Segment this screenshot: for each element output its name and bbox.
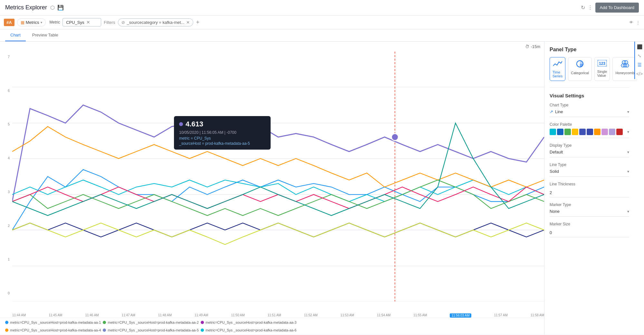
legend-dot-5 — [103, 329, 106, 332]
chart-type-group: Chart Type ↗ Line ▾ — [550, 103, 629, 117]
header-icons: ⬡ 💾 — [50, 5, 64, 11]
marker-type-value: None — [550, 209, 560, 214]
display-type-select[interactable]: Default ▾ — [550, 150, 629, 157]
color-swatch-3[interactable] — [564, 129, 571, 135]
line-thickness-label: Line Thickness — [550, 182, 629, 186]
marker-type-select[interactable]: None ▾ — [550, 209, 629, 217]
main: ⏱ -15m 7 6 5 4 3 2 1 0 — [0, 42, 644, 335]
legend-label-4: metric=CPU_Sys _sourceHost=prod-kafka-me… — [10, 328, 101, 332]
legend-label-2: metric=CPU_Sys _sourceHost=prod-kafka-me… — [108, 320, 198, 324]
filter-label: Filters — [104, 20, 115, 25]
refresh-icon[interactable]: ↻ — [581, 5, 585, 11]
panel-type-honeycomb-label: Honeycomb — [615, 71, 634, 75]
legend-label-6: metric=CPU_Sys _sourceHost=prod-kafka-me… — [206, 328, 296, 332]
add-filter-button[interactable]: + — [196, 19, 199, 26]
tab-chart[interactable]: Chart — [5, 29, 26, 41]
color-swatch-6[interactable] — [587, 129, 593, 135]
highlighted-x-label: 11:56:03 AM — [450, 313, 471, 318]
color-swatch-2[interactable] — [557, 129, 563, 135]
line-thickness-group: Line Thickness 2 — [550, 182, 629, 197]
x-label: 11:54 AM — [377, 313, 390, 318]
display-type-value: Default — [550, 150, 563, 154]
panel-type-buttons: Time Series Categorical — [550, 57, 629, 81]
app-title: Metrics Explorer — [5, 4, 47, 11]
x-axis: 11:44 AM 11:45 AM 11:46 AM 11:47 AM 11:4… — [12, 313, 544, 318]
code-icon[interactable]: </> — [636, 71, 643, 76]
panel-type-categorical-label: Categorical — [571, 71, 589, 75]
panel-type-time-series[interactable]: Time Series — [550, 57, 565, 81]
color-swatch-5[interactable] — [579, 129, 586, 135]
legend-item-1: metric=CPU_Sys _sourceHost=prod-kafka-me… — [5, 320, 101, 324]
metric-clear-icon[interactable]: ✕ — [86, 20, 90, 25]
tab-preview-table[interactable]: Preview Table — [27, 29, 63, 41]
resize-icon[interactable]: ⤡ — [638, 53, 641, 58]
x-label: 11:45 AM — [49, 313, 62, 318]
legend-item-5: metric=CPU_Sys _sourceHost=prod-kafka-me… — [103, 328, 198, 332]
right-panel: Panel Type Time Series — [544, 42, 644, 335]
metrics-selector[interactable]: ▦ Metrics ▾ — [17, 18, 46, 26]
share-icon[interactable]: ⬡ — [50, 5, 55, 11]
filter-tag[interactable]: ⊘ _sourcecategory = kafka-met... ✕ — [118, 18, 194, 26]
add-to-dashboard-button[interactable]: Add To Dashboard — [595, 3, 639, 13]
line-type-group: Line Type Solid ▾ — [550, 163, 629, 177]
line-type-value: Solid — [550, 169, 559, 174]
chart-type-label: Chart Type — [550, 103, 629, 107]
side-icons: ⬛ ⤡ ☰ </> — [634, 42, 644, 79]
line-type-select[interactable]: Solid ▾ — [550, 169, 629, 177]
chart-type-select[interactable]: ↗ Line ▾ — [550, 109, 629, 117]
y-label-7: 7 — [0, 55, 12, 59]
save-icon[interactable]: 💾 — [57, 5, 64, 11]
color-swatch-9[interactable] — [609, 129, 615, 135]
line-type-arrow: ▾ — [627, 169, 629, 174]
time-series-icon — [553, 60, 562, 69]
color-swatch-8[interactable] — [601, 129, 608, 135]
color-swatch-4[interactable] — [572, 129, 578, 135]
time-indicator: ⏱ -15m — [525, 44, 540, 49]
metric-input[interactable]: CPU_Sys ✕ — [62, 18, 101, 26]
monitor-icon[interactable]: ⬛ — [637, 44, 642, 49]
color-palette[interactable]: ▾ — [550, 129, 629, 138]
x-label: 11:52 AM — [304, 313, 318, 318]
color-swatch-7[interactable] — [594, 129, 601, 135]
x-label: 11:58 AM — [531, 313, 544, 318]
legend-item-2: metric=CPU_Sys _sourceHost=prod-kafka-me… — [103, 320, 198, 324]
panel-type-single-value[interactable]: 123 Single Value — [594, 57, 610, 81]
marker-type-label: Marker Type — [550, 202, 629, 207]
legend-dot-4 — [5, 329, 8, 332]
svg-point-8 — [391, 133, 398, 141]
chart-legend: metric=CPU_Sys _sourceHost=prod-kafka-me… — [0, 318, 544, 335]
y-axis: 7 6 5 4 3 2 1 0 — [0, 52, 12, 298]
line-thickness-value: 2 — [550, 188, 629, 197]
more-options-icon[interactable]: ⋮ — [588, 5, 593, 11]
visibility-icon[interactable]: 👁 — [629, 20, 633, 25]
chart-type-value: Line — [555, 109, 563, 114]
divider — [550, 87, 629, 88]
legend-item-3: metric=CPU_Sys _sourceHost=prod-kafka-me… — [201, 320, 296, 324]
y-label-2: 2 — [0, 224, 12, 228]
chart-container: ⏱ -15m 7 6 5 4 3 2 1 0 — [0, 42, 544, 335]
panel-type-honeycomb[interactable]: Honeycomb — [612, 57, 637, 81]
color-swatch-1[interactable] — [550, 129, 556, 135]
panel-type-time-series-label: Time Series — [553, 70, 562, 78]
single-value-icon: 123 — [598, 60, 607, 68]
color-palette-label: Color Palette — [550, 122, 629, 127]
panel-type-categorical[interactable]: Categorical — [568, 57, 592, 81]
display-type-arrow: ▾ — [627, 150, 629, 154]
marker-size-label: Marker Size — [550, 222, 629, 226]
color-swatch-10[interactable] — [616, 129, 623, 135]
header-right: ↻ ⋮ Add To Dashboard — [581, 3, 639, 13]
legend-label-1: metric=CPU_Sys _sourceHost=prod-kafka-me… — [10, 320, 101, 324]
metric-value: CPU_Sys — [66, 20, 84, 25]
chart-top-bar: ⏱ -15m — [0, 42, 544, 52]
filter-close-icon[interactable]: ✕ — [186, 20, 190, 25]
metrics-icon: ▦ — [21, 20, 24, 25]
y-label-5: 5 — [0, 122, 12, 126]
query-tag[interactable]: #A — [4, 19, 14, 26]
settings-panel-icon[interactable]: ☰ — [638, 62, 642, 67]
y-label-3: 3 — [0, 190, 12, 194]
filter-icon: ⊘ — [121, 20, 125, 25]
visual-settings-title: Visual Settings — [550, 93, 629, 98]
query-more-icon[interactable]: ⋮ — [636, 20, 640, 25]
y-label-6: 6 — [0, 89, 12, 93]
x-label: 11:57 AM — [494, 313, 508, 318]
